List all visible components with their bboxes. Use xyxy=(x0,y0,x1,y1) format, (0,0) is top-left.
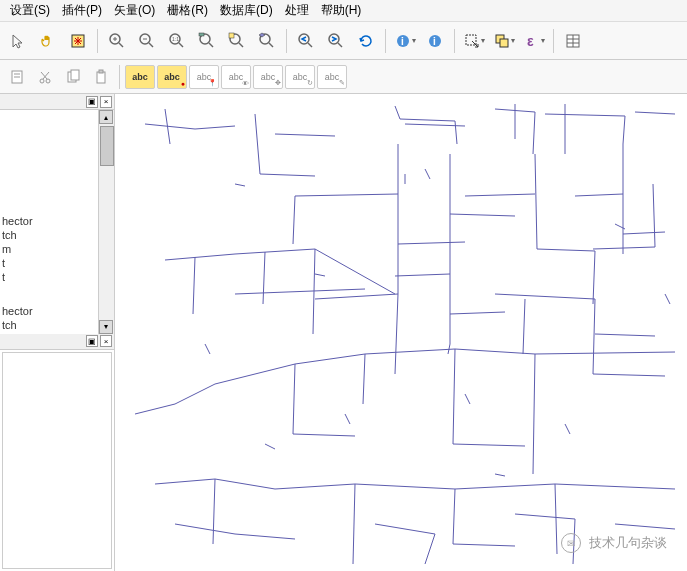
svg-line-20 xyxy=(308,43,312,47)
scroll-thumb[interactable] xyxy=(100,126,114,166)
svg-line-12 xyxy=(209,43,213,47)
edit-icon[interactable] xyxy=(4,64,30,90)
zoom-selection-icon[interactable] xyxy=(223,27,251,55)
deselect-icon[interactable] xyxy=(490,27,518,55)
toolbar-separator xyxy=(553,29,554,53)
svg-text:ε: ε xyxy=(527,33,534,49)
menubar: 设置(S) 插件(P) 矢量(O) 栅格(R) 数据库(D) 处理 帮助(H) xyxy=(0,0,687,22)
panel-dock-icon[interactable]: ▣ xyxy=(86,96,98,108)
menu-raster[interactable]: 栅格(R) xyxy=(161,0,214,21)
pan-tool-icon[interactable] xyxy=(34,27,62,55)
identify-icon[interactable]: i xyxy=(391,27,419,55)
map-canvas[interactable]: ✉ 技术几句杂谈 xyxy=(115,94,687,571)
menu-processing[interactable]: 处理 xyxy=(279,0,315,21)
zoom-in-icon[interactable] xyxy=(103,27,131,55)
svg-point-38 xyxy=(40,79,44,83)
toolbar-separator xyxy=(286,29,287,53)
svg-rect-45 xyxy=(99,70,103,73)
svg-line-22 xyxy=(338,43,342,47)
layer-item[interactable]: t xyxy=(2,256,112,270)
attribute-table-icon[interactable] xyxy=(559,27,587,55)
left-panel: ▣ × hector tch m t t hector tch ▴ ▾ ▣ × xyxy=(0,94,115,571)
svg-text:i: i xyxy=(401,36,404,47)
menu-database[interactable]: 数据库(D) xyxy=(214,0,279,21)
label-diagram-icon[interactable]: abc● xyxy=(157,65,187,89)
watermark: ✉ 技术几句杂谈 xyxy=(561,533,667,553)
menu-settings[interactable]: 设置(S) xyxy=(4,0,56,21)
label-move-icon[interactable]: abc✥ xyxy=(253,65,283,89)
main-area: ▣ × hector tch m t t hector tch ▴ ▾ ▣ × xyxy=(0,94,687,571)
layer-item[interactable]: m xyxy=(2,242,112,256)
select-features-icon[interactable] xyxy=(460,27,488,55)
toolbar-separator xyxy=(385,29,386,53)
label-change-icon[interactable]: abc✎ xyxy=(317,65,347,89)
svg-rect-29 xyxy=(500,39,508,47)
svg-rect-16 xyxy=(229,33,234,38)
layer-item[interactable]: hector xyxy=(2,304,112,318)
svg-line-15 xyxy=(239,43,243,47)
svg-rect-44 xyxy=(97,72,105,83)
identify2-icon[interactable]: i xyxy=(421,27,449,55)
svg-text:1:1: 1:1 xyxy=(172,36,179,42)
zoom-last-icon[interactable] xyxy=(292,27,320,55)
panel-dock-icon[interactable]: ▣ xyxy=(86,335,98,347)
layer-item[interactable]: tch xyxy=(2,318,112,332)
watermark-text: 技术几句杂谈 xyxy=(589,534,667,552)
main-toolbar: 1:1 i i ε xyxy=(0,22,687,60)
menu-vector[interactable]: 矢量(O) xyxy=(108,0,161,21)
cut-icon[interactable] xyxy=(32,64,58,90)
svg-text:i: i xyxy=(433,36,436,47)
label-rotate-icon[interactable]: abc↻ xyxy=(285,65,315,89)
toolbar-separator xyxy=(97,29,98,53)
browser-panel[interactable] xyxy=(2,352,112,570)
pointer-tool-icon[interactable] xyxy=(4,27,32,55)
label-layer-icon[interactable]: abc xyxy=(125,65,155,89)
layer-item[interactable]: t xyxy=(2,270,112,284)
label-toolbar: abc abc● abc📍 abc👁 abc✥ abc↻ abc✎ xyxy=(0,60,687,94)
layers-panel-header: ▣ × xyxy=(0,94,114,110)
svg-point-39 xyxy=(46,79,50,83)
zoom-layer-icon[interactable] xyxy=(253,27,281,55)
menu-help[interactable]: 帮助(H) xyxy=(315,0,368,21)
scroll-up-icon[interactable]: ▴ xyxy=(99,110,113,124)
svg-line-9 xyxy=(179,43,183,47)
zoom-out-icon[interactable] xyxy=(133,27,161,55)
copy-icon[interactable] xyxy=(60,64,86,90)
svg-line-6 xyxy=(149,43,153,47)
panel-close-icon[interactable]: × xyxy=(100,96,112,108)
layers-tree[interactable]: hector tch m t t hector tch ▴ ▾ xyxy=(0,110,114,334)
panel-close-icon[interactable]: × xyxy=(100,335,112,347)
label-show-icon[interactable]: abc👁 xyxy=(221,65,251,89)
paste-icon[interactable] xyxy=(88,64,114,90)
browser-panel-header: ▣ × xyxy=(0,334,114,350)
layer-item[interactable]: hector xyxy=(2,214,112,228)
scroll-down-icon[interactable]: ▾ xyxy=(99,320,113,334)
wechat-icon: ✉ xyxy=(561,533,581,553)
layer-item[interactable]: tch xyxy=(2,228,112,242)
zoom-full-icon[interactable] xyxy=(193,27,221,55)
svg-rect-13 xyxy=(199,33,204,36)
label-pin-icon[interactable]: abc📍 xyxy=(189,65,219,89)
toolbar-separator xyxy=(454,29,455,53)
svg-rect-43 xyxy=(71,70,79,80)
svg-line-2 xyxy=(119,43,123,47)
layers-scrollbar[interactable]: ▴ ▾ xyxy=(98,110,114,334)
toolbar-separator xyxy=(119,65,120,89)
expression-select-icon[interactable]: ε xyxy=(520,27,548,55)
refresh-icon[interactable] xyxy=(352,27,380,55)
menu-plugins[interactable]: 插件(P) xyxy=(56,0,108,21)
zoom-next-icon[interactable] xyxy=(322,27,350,55)
pan-selection-icon[interactable] xyxy=(64,27,92,55)
svg-line-18 xyxy=(269,43,273,47)
zoom-native-icon[interactable]: 1:1 xyxy=(163,27,191,55)
